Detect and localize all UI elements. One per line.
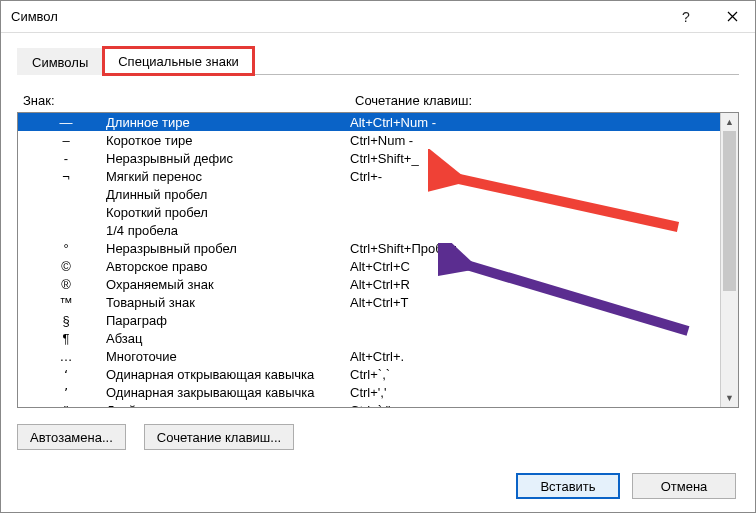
char-symbol: ¶	[26, 331, 106, 346]
char-shortcut: Ctrl+`,`	[350, 367, 720, 382]
tabstrip: Символы Специальные знаки	[17, 45, 739, 75]
scroll-thumb[interactable]	[723, 131, 736, 291]
char-name: Охраняемый знак	[106, 277, 350, 292]
char-name: Одинарная закрывающая кавычка	[106, 385, 350, 400]
char-symbol: ©	[26, 259, 106, 274]
char-name: Короткий пробел	[106, 205, 350, 220]
header-shortcut: Сочетание клавиш:	[355, 93, 733, 108]
list-item[interactable]: ®Охраняемый знакAlt+Ctrl+R	[18, 275, 720, 293]
char-name: Мягкий перенос	[106, 169, 350, 184]
tab-special-characters[interactable]: Специальные знаки	[103, 47, 254, 75]
titlebar: Символ ?	[1, 1, 755, 33]
char-name: Одинарная открывающая кавычка	[106, 367, 350, 382]
list-item[interactable]: §Параграф	[18, 311, 720, 329]
char-name: Товарный знак	[106, 295, 350, 310]
char-symbol: —	[26, 115, 106, 130]
list-item[interactable]: -Неразрывный дефисCtrl+Shift+_	[18, 149, 720, 167]
char-symbol: –	[26, 133, 106, 148]
char-shortcut: Alt+Ctrl+R	[350, 277, 720, 292]
scrollbar[interactable]: ▲ ▼	[720, 113, 738, 407]
char-symbol: °	[26, 241, 106, 256]
char-name: Параграф	[106, 313, 350, 328]
char-symbol: ʻ	[26, 367, 106, 382]
list-item[interactable]: ©Авторское правоAlt+Ctrl+C	[18, 257, 720, 275]
char-name: Абзац	[106, 331, 350, 346]
char-name: Многоточие	[106, 349, 350, 364]
char-shortcut: Alt+Ctrl+.	[350, 349, 720, 364]
char-shortcut: Alt+Ctrl+C	[350, 259, 720, 274]
cancel-button[interactable]: Отмена	[632, 473, 736, 499]
char-shortcut: Ctrl+','	[350, 385, 720, 400]
dialog-footer: Вставить Отмена	[516, 473, 736, 499]
char-shortcut: Ctrl+Num -	[350, 133, 720, 148]
char-shortcut: Ctrl+Shift+Пробел	[350, 241, 720, 256]
char-shortcut: Alt+Ctrl+Num -	[350, 115, 720, 130]
char-shortcut: Ctrl+`,"	[350, 403, 720, 408]
close-button[interactable]	[709, 1, 755, 33]
char-shortcut: Ctrl+Shift+_	[350, 151, 720, 166]
char-symbol: "	[26, 403, 106, 408]
list-item[interactable]: ¶Абзац	[18, 329, 720, 347]
char-shortcut: Alt+Ctrl+T	[350, 295, 720, 310]
list-item[interactable]: ʼОдинарная закрывающая кавычкаCtrl+','	[18, 383, 720, 401]
char-symbol: ™	[26, 295, 106, 310]
char-symbol: ʼ	[26, 385, 106, 400]
list-item[interactable]: Короткий пробел	[18, 203, 720, 221]
tab-symbols[interactable]: Символы	[17, 48, 103, 75]
list-item[interactable]: …МноготочиеAlt+Ctrl+.	[18, 347, 720, 365]
header-char: Знак:	[23, 93, 355, 108]
insert-button[interactable]: Вставить	[516, 473, 620, 499]
window-title: Символ	[11, 9, 663, 24]
list-item[interactable]: ¬Мягкий переносCtrl+-	[18, 167, 720, 185]
char-name: Длинный пробел	[106, 187, 350, 202]
char-name: 1/4 пробела	[106, 223, 350, 238]
shortcut-key-button[interactable]: Сочетание клавиш...	[144, 424, 294, 450]
char-name: Неразрывный дефис	[106, 151, 350, 166]
list-item[interactable]: ™Товарный знакAlt+Ctrl+T	[18, 293, 720, 311]
help-button[interactable]: ?	[663, 1, 709, 33]
list-item[interactable]: °Неразрывный пробелCtrl+Shift+Пробел	[18, 239, 720, 257]
char-name: Двойная открывающая кавычка	[106, 403, 350, 408]
column-headers: Знак: Сочетание клавиш:	[17, 93, 739, 108]
char-shortcut: Ctrl+-	[350, 169, 720, 184]
list-item[interactable]: "Двойная открывающая кавычкаCtrl+`,"	[18, 401, 720, 407]
list-item[interactable]: –Короткое тиреCtrl+Num -	[18, 131, 720, 149]
char-name: Длинное тире	[106, 115, 350, 130]
char-symbol: -	[26, 151, 106, 166]
char-symbol: ®	[26, 277, 106, 292]
special-chars-listbox[interactable]: —Длинное тиреAlt+Ctrl+Num -–Короткое тир…	[17, 112, 739, 408]
list-item[interactable]: Длинный пробел	[18, 185, 720, 203]
scroll-up-icon[interactable]: ▲	[721, 113, 738, 131]
autocorrect-button[interactable]: Автозамена...	[17, 424, 126, 450]
close-icon	[727, 11, 738, 22]
dialog-content: Символы Специальные знаки Знак: Сочетани…	[1, 33, 755, 450]
list-item[interactable]: 1/4 пробела	[18, 221, 720, 239]
char-name: Авторское право	[106, 259, 350, 274]
list-item[interactable]: ʻОдинарная открывающая кавычкаCtrl+`,`	[18, 365, 720, 383]
char-symbol: ¬	[26, 169, 106, 184]
char-symbol: §	[26, 313, 106, 328]
char-symbol: …	[26, 349, 106, 364]
char-name: Короткое тире	[106, 133, 350, 148]
list-item[interactable]: —Длинное тиреAlt+Ctrl+Num -	[18, 113, 720, 131]
lower-buttons: Автозамена... Сочетание клавиш...	[17, 424, 739, 450]
char-name: Неразрывный пробел	[106, 241, 350, 256]
scroll-down-icon[interactable]: ▼	[721, 389, 738, 407]
